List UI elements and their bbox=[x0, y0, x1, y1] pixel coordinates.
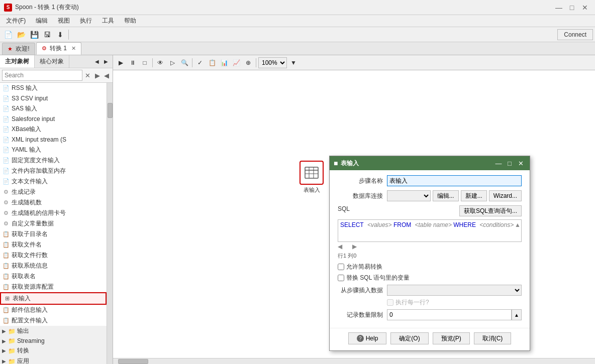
tree-category-streaming[interactable]: ▶ 📁 Streaming bbox=[0, 336, 107, 345]
toolbar-open[interactable]: 📂 bbox=[15, 29, 27, 41]
left-tab-core-objects[interactable]: 核心对象 bbox=[35, 55, 69, 68]
check-button[interactable]: ✓ bbox=[194, 57, 206, 68]
tree-item-xml[interactable]: 📄 XML input stream (S bbox=[0, 135, 107, 145]
sql-display-area[interactable]: SELECT <values> FROM <table name> WHERE … bbox=[338, 219, 522, 242]
toolbar-save[interactable]: 💾 bbox=[28, 29, 40, 41]
scroll-right-btn[interactable]: ▶ bbox=[352, 243, 357, 250]
canvas-h-scrollbar[interactable] bbox=[113, 358, 595, 364]
new-conn-btn[interactable]: 新建... bbox=[461, 190, 487, 201]
replace-sql-checkbox[interactable] bbox=[338, 275, 344, 281]
tree-category-app[interactable]: ▶ 📁 应用 bbox=[0, 356, 107, 364]
toolbar-new[interactable]: 📄 bbox=[2, 29, 14, 41]
tree-item-get-filerows[interactable]: 📋 获取文件行数 bbox=[0, 250, 107, 261]
edit-conn-btn[interactable]: 编辑... bbox=[433, 190, 459, 201]
step-metrics-button[interactable]: 📊 bbox=[219, 57, 230, 68]
tree-scroll-thumb[interactable] bbox=[108, 103, 113, 118]
run-selected-button[interactable]: ▷ bbox=[167, 57, 178, 68]
tree-item-get-sysinfo[interactable]: 📋 获取系统信息 bbox=[0, 261, 107, 271]
menu-view[interactable]: 视图 bbox=[54, 16, 74, 26]
menu-edit[interactable]: 编辑 bbox=[32, 16, 52, 26]
toolbar-branch[interactable]: ⬇ bbox=[54, 29, 66, 41]
tree-item-gen-record[interactable]: ⚙ 生成记录 bbox=[0, 187, 107, 197]
dialog-title-text: 表输入 bbox=[341, 159, 359, 168]
tree-item-email-input[interactable]: 📋 邮件信息输入 bbox=[0, 305, 107, 315]
limit-input[interactable] bbox=[387, 309, 512, 320]
menu-file[interactable]: 文件(F) bbox=[2, 16, 30, 26]
scroll-left-btn[interactable]: ◀ bbox=[338, 243, 342, 250]
limit-spinner-up[interactable]: ▲ bbox=[512, 309, 522, 320]
panel-tabs-bar: ★ 欢迎! ⚙ 转换 1 ✕ bbox=[0, 42, 595, 55]
debug-button[interactable]: 🔍 bbox=[179, 57, 190, 68]
menu-run[interactable]: 执行 bbox=[76, 16, 96, 26]
search-collapse-button[interactable]: ◀ bbox=[103, 70, 111, 80]
maximize-button[interactable]: □ bbox=[566, 3, 578, 13]
db-conn-select[interactable] bbox=[387, 190, 431, 201]
zoom-select[interactable]: 100% 75% 150% bbox=[258, 57, 287, 68]
tree-label-get-subdir: 获取子目录名 bbox=[12, 230, 48, 238]
h-scroll-thumb[interactable] bbox=[118, 359, 148, 364]
left-panel-icon1[interactable]: ◀ bbox=[92, 57, 102, 66]
tab-close-icon[interactable]: ✕ bbox=[71, 45, 76, 51]
search-clear-button[interactable]: ✕ bbox=[84, 70, 92, 80]
sql-expand-btn[interactable]: ▲ bbox=[515, 221, 521, 228]
tree-item-load-file[interactable]: 📄 文件内容加载至内存 bbox=[0, 166, 107, 176]
stop-button[interactable]: □ bbox=[139, 57, 150, 68]
perf-graph-button[interactable]: 📈 bbox=[231, 57, 242, 68]
preview-button-dlg[interactable]: 预览(P) bbox=[433, 332, 470, 344]
tab-transform1[interactable]: ⚙ 转换 1 ✕ bbox=[36, 42, 82, 55]
tree-item-rss[interactable]: 📄 RSS 输入 bbox=[0, 83, 107, 93]
allow-lazy-checkbox[interactable] bbox=[338, 264, 344, 270]
tree-item-salesforce[interactable]: 📄 Salesforce input bbox=[0, 114, 107, 124]
connect-button[interactable]: Connect bbox=[557, 29, 593, 40]
left-tab-main-objects[interactable]: 主对象树 bbox=[0, 55, 35, 68]
search-expand-button[interactable]: ▶ bbox=[93, 70, 102, 80]
minimize-button[interactable]: — bbox=[553, 3, 565, 13]
menu-tools[interactable]: 工具 bbox=[98, 16, 118, 26]
log-button[interactable]: 📋 bbox=[207, 57, 218, 68]
tree-item-table-input[interactable]: ⊞ 表输入 bbox=[0, 292, 107, 305]
tab-welcome[interactable]: ★ 欢迎! bbox=[2, 43, 35, 55]
tree-item-xbase[interactable]: 📄 XBase输入 bbox=[0, 124, 107, 135]
pause-button[interactable]: ⏸ bbox=[127, 57, 138, 68]
search-bar: ✕ ▶ ◀ bbox=[0, 68, 113, 83]
title-bar-left: S Spoon - 转换 1 (有变动) bbox=[4, 3, 79, 12]
close-button[interactable]: ✕ bbox=[579, 3, 591, 13]
tree-label-transform: 转换 bbox=[17, 346, 29, 355]
tree-item-get-subdir[interactable]: 📋 获取子目录名 bbox=[0, 229, 107, 239]
tree-item-config-input[interactable]: 📋 配置文件输入 bbox=[0, 315, 107, 326]
cancel-button[interactable]: 取消(C) bbox=[474, 332, 512, 344]
tree-item-sas[interactable]: 📄 SAS 输入 bbox=[0, 103, 107, 114]
ok-button[interactable]: 确定(O) bbox=[390, 332, 428, 344]
fetch-sql-btn[interactable]: 获取SQL查询语句... bbox=[459, 205, 522, 216]
table-input-step-node[interactable]: 表输入 bbox=[294, 161, 329, 194]
preview-button[interactable]: 👁 bbox=[155, 57, 166, 68]
tree-item-text-file[interactable]: 📄 文本文件输入 bbox=[0, 176, 107, 187]
left-panel-icon2[interactable]: ▶ bbox=[102, 57, 111, 66]
tree-item-gen-random[interactable]: ⚙ 生成随机数 bbox=[0, 197, 107, 208]
wizard-conn-btn[interactable]: Wizard... bbox=[489, 190, 522, 201]
tree-item-get-tablename[interactable]: 📋 获取表名 bbox=[0, 271, 107, 282]
menu-help[interactable]: 帮助 bbox=[120, 16, 140, 26]
search-input[interactable] bbox=[2, 70, 82, 81]
tree-item-fixed-width[interactable]: 📄 固定宽度文件输入 bbox=[0, 155, 107, 166]
inject-button[interactable]: ⊕ bbox=[243, 57, 254, 68]
zoom-dropdown-btn[interactable]: ▼ bbox=[288, 57, 299, 68]
tree-item-get-filename[interactable]: 📋 获取文件名 bbox=[0, 239, 107, 250]
tree-scrollbar[interactable] bbox=[107, 83, 113, 364]
tree-item-custom-const[interactable]: ⚙ 自定义常量数据 bbox=[0, 218, 107, 229]
dialog-maximize-btn[interactable]: □ bbox=[505, 159, 515, 168]
tree-item-yaml[interactable]: 📄 YAML 输入 bbox=[0, 145, 107, 155]
dialog-minimize-btn[interactable]: — bbox=[493, 159, 504, 168]
tree-item-s3csv[interactable]: 📄 S3 CSV input bbox=[0, 93, 107, 103]
toolbar-saveas[interactable]: 🖫 bbox=[41, 29, 53, 41]
tree-item-gen-credit[interactable]: ⚙ 生成随机的信用卡号 bbox=[0, 208, 107, 218]
tree-icon-load-file: 📄 bbox=[2, 167, 10, 175]
run-button[interactable]: ▶ bbox=[115, 57, 126, 68]
dialog-close-btn[interactable]: ✕ bbox=[516, 159, 526, 168]
tree-category-transform[interactable]: ▶ 📁 转换 bbox=[0, 345, 107, 356]
tree-category-output[interactable]: ▶ 📁 输出 bbox=[0, 326, 107, 336]
tree-item-get-repo-config[interactable]: 📋 获取资源库配置 bbox=[0, 282, 107, 292]
step-name-input[interactable] bbox=[387, 175, 522, 186]
help-button[interactable]: ? Help bbox=[348, 332, 387, 344]
from-step-select[interactable] bbox=[387, 285, 522, 296]
